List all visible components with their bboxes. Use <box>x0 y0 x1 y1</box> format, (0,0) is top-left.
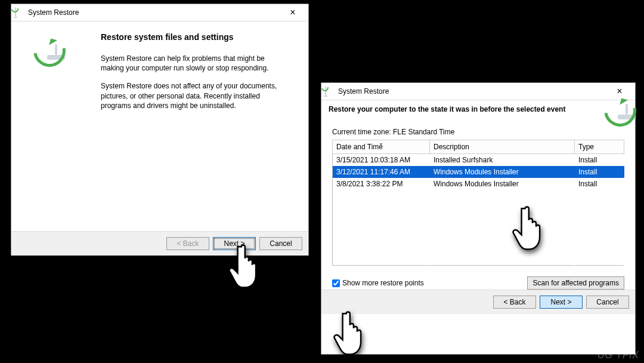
back-button: < Back <box>166 237 209 250</box>
close-icon[interactable]: × <box>281 8 305 17</box>
show-more-label: Show more restore points <box>342 279 424 287</box>
restore-points-table[interactable]: Date and Time ▾ Description Type 3/15/20… <box>332 140 624 266</box>
system-restore-icon <box>325 87 335 96</box>
show-more-checkbox[interactable] <box>332 279 340 287</box>
restore-graphic-small <box>626 105 628 113</box>
system-restore-intro-window: System Restore × Restore system files an… <box>11 4 309 256</box>
table-cell: Install <box>575 154 624 167</box>
next-button[interactable]: Next > <box>213 237 256 250</box>
system-restore-icon <box>15 8 24 17</box>
wizard-footer: < Back Next > Cancel <box>11 231 308 256</box>
titlebar: System Restore × <box>11 4 308 21</box>
back-button[interactable]: < Back <box>493 296 536 309</box>
scan-affected-programs-button[interactable]: Scan for affected programs <box>527 276 624 290</box>
restore-graphic <box>11 21 101 231</box>
system-restore-select-window: System Restore × Restore your computer t… <box>321 82 636 355</box>
table-cell: Install <box>575 166 624 178</box>
intro-paragraph-2: System Restore does not affect any of yo… <box>101 81 286 110</box>
table-cell: Installed Surfshark <box>430 154 575 167</box>
intro-paragraph-1: System Restore can help fix problems tha… <box>101 54 286 73</box>
table-cell: 3/8/2021 3:38:22 PM <box>333 178 430 190</box>
show-more-restore-points[interactable]: Show more restore points <box>332 279 424 287</box>
table-cell: 3/15/2021 10:03:18 AM <box>333 154 430 167</box>
cancel-button[interactable]: Cancel <box>259 237 302 250</box>
titlebar: System Restore × <box>321 83 635 100</box>
wizard-footer: < Back Next > Cancel <box>321 290 635 314</box>
banner: Restore your computer to the state it wa… <box>321 100 635 122</box>
sort-descending-icon: ▾ <box>380 141 382 147</box>
column-header-description[interactable]: Description <box>430 140 575 154</box>
table-cell: Install <box>575 178 624 190</box>
timezone-label: Current time zone: FLE Standard Time <box>332 128 624 136</box>
cancel-button[interactable]: Cancel <box>586 296 629 309</box>
next-button[interactable]: Next > <box>540 296 583 309</box>
table-row[interactable]: 3/8/2021 3:38:22 PMWindows Modules Insta… <box>333 178 624 190</box>
column-header-type[interactable]: Type <box>575 140 624 154</box>
table-cell: Windows Modules Installer <box>430 166 575 178</box>
banner-heading: Restore your computer to the state it wa… <box>329 105 565 113</box>
window-title: System Restore <box>338 87 608 96</box>
page-heading: Restore system files and settings <box>101 32 294 42</box>
column-header-datetime[interactable]: Date and Time ▾ <box>333 140 430 154</box>
table-cell: 3/12/2021 11:17:46 AM <box>333 166 430 178</box>
table-row[interactable]: 3/12/2021 11:17:46 AMWindows Modules Ins… <box>333 166 624 178</box>
window-title: System Restore <box>28 8 281 17</box>
table-row[interactable]: 3/15/2021 10:03:18 AMInstalled Surfshark… <box>333 154 624 167</box>
watermark: UG TFIX <box>597 350 639 361</box>
table-cell: Windows Modules Installer <box>430 178 575 190</box>
